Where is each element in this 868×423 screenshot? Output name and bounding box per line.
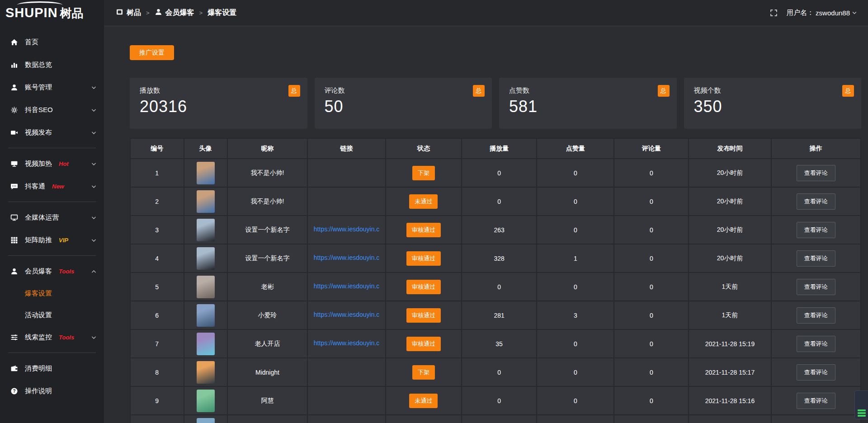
cell-status: 审核通过 <box>386 244 461 272</box>
cell-link: https://www.iesdouyin.c <box>308 301 385 329</box>
floating-widget[interactable] <box>854 390 868 419</box>
chevron-up-icon <box>91 268 97 274</box>
view-comments-button[interactable]: 查看评论 <box>797 336 835 352</box>
sidebar-item-video-heat[interactable]: 视频加热Hot <box>0 152 104 175</box>
avatar <box>197 247 215 270</box>
sidebar-item-home[interactable]: 首页 <box>0 31 104 53</box>
sidebar-item-video-publish[interactable]: 视频发布 <box>0 121 104 144</box>
logo[interactable]: SHUPIN 树品 <box>0 0 104 26</box>
video-link[interactable]: https://www.iesdouyin.c <box>314 254 380 261</box>
menu-divider <box>8 202 96 202</box>
sidebar-item-label: 全媒体运营 <box>25 213 59 222</box>
view-comments-button[interactable]: 查看评论 <box>797 193 835 210</box>
app-root: SHUPIN 树品 首页数据总览账号管理抖音SEO视频发布视频加热Hot抖客通N… <box>0 0 868 423</box>
sidebar-item-account-management[interactable]: 账号管理 <box>0 76 104 99</box>
stat-card-value: 581 <box>509 97 667 116</box>
cell-avatar <box>184 415 227 423</box>
cell-link <box>308 358 385 386</box>
total-badge: 总 <box>473 85 485 97</box>
cell-nickname: 设置一个新名字 <box>228 244 307 272</box>
sidebar-item-data-overview[interactable]: 数据总览 <box>0 53 104 76</box>
chevron-down-icon <box>91 161 97 167</box>
widget-bar <box>858 412 866 414</box>
view-comments-button[interactable]: 查看评论 <box>797 364 835 381</box>
sidebar-item-member-baoke[interactable]: 会员爆客Tools <box>0 260 104 282</box>
sidebar-item-clue-monitor[interactable]: 线索监控Tools <box>0 326 104 348</box>
grid-icon <box>10 236 18 244</box>
cell-nickname: 老彬 <box>228 273 307 301</box>
sidebar-item-douketong[interactable]: 抖客通New <box>0 175 104 197</box>
breadcrumb-item-baoke-settings[interactable]: 爆客设置 <box>208 8 236 18</box>
stat-card-label: 视频个数 <box>694 86 852 95</box>
sidebar-item-matrix-boost[interactable]: 矩阵助推VIP <box>0 229 104 251</box>
doc-icon <box>116 8 123 18</box>
chevron-down-icon <box>91 334 97 340</box>
cell-no: 5 <box>131 273 184 301</box>
stat-cards: 播放数20316总评论数50总点赞数581总视频个数350总 <box>130 78 861 129</box>
sliders-icon <box>10 334 18 341</box>
breadcrumb-label: 会员爆客 <box>165 8 194 18</box>
video-link[interactable]: https://www.iesdouyin.c <box>314 282 380 290</box>
view-comments-button[interactable]: 查看评论 <box>797 393 835 409</box>
cell-avatar <box>184 330 227 357</box>
sidebar-item-media-operation[interactable]: 全媒体运营 <box>0 206 104 229</box>
breadcrumb-separator: > <box>199 9 203 16</box>
view-comments-button[interactable]: 查看评论 <box>797 250 835 267</box>
view-comments-button[interactable]: 查看评论 <box>797 279 835 295</box>
user-icon <box>10 84 18 91</box>
stat-card-value: 50 <box>325 97 482 116</box>
logo-text: SHUPIN 树品 <box>5 5 84 21</box>
videos-table: 编号头像昵称链接状态播放量点赞量评论量发布时间操作 1我不是小帅!下架00020… <box>130 138 861 423</box>
sidebar-item-activity-settings[interactable]: 活动设置 <box>0 304 104 326</box>
avatar <box>197 219 215 241</box>
cell-status: 未通过 <box>386 387 461 414</box>
video-link[interactable]: https://www.iesdouyin.c <box>314 339 380 347</box>
cell-nickname: Midnight <box>228 358 307 386</box>
status-badge: 审核通过 <box>406 223 441 237</box>
sidebar-item-douyin-seo[interactable]: 抖音SEO <box>0 99 104 121</box>
content: 推广设置 播放数20316总评论数50总点赞数581总视频个数350总 编号头像… <box>104 26 868 423</box>
cell-action: 查看评论 <box>772 188 860 215</box>
cell-comments: 0 <box>614 244 688 272</box>
cell-likes: 0 <box>537 387 613 414</box>
column-header: 发布时间 <box>689 139 770 158</box>
cell-plays: 35 <box>462 330 536 357</box>
cell-time: 2021-11-28 15:16 <box>689 387 770 414</box>
video-link[interactable]: https://www.iesdouyin.c <box>314 226 380 233</box>
video-link[interactable]: https://www.iesdouyin.c <box>314 311 380 318</box>
status-badge: 下架 <box>412 166 435 180</box>
cell-comments: 0 <box>614 273 688 301</box>
cell-action: 查看评论 <box>772 387 860 414</box>
column-header: 操作 <box>772 139 860 158</box>
sidebar-item-tag: New <box>52 183 64 190</box>
avatar <box>197 390 215 412</box>
cell-link: https://www.iesdouyin.c <box>308 330 385 357</box>
cell-nickname <box>228 415 307 423</box>
cell-plays: 281 <box>462 301 536 329</box>
view-comments-button[interactable]: 查看评论 <box>797 307 835 324</box>
user-menu[interactable]: 用户名：zswodun88 <box>787 9 857 17</box>
sidebar-item-operation-guide[interactable]: ?操作说明 <box>0 380 104 402</box>
sidebar: SHUPIN 树品 首页数据总览账号管理抖音SEO视频发布视频加热Hot抖客通N… <box>0 0 104 423</box>
breadcrumb-item-shupin[interactable]: 树品 <box>116 8 141 18</box>
stat-card-0: 播放数20316总 <box>130 78 307 129</box>
sidebar-item-consume-detail[interactable]: 消费明细 <box>0 357 104 380</box>
view-comments-button[interactable]: 查看评论 <box>797 222 835 238</box>
table-row: 10 <box>131 415 860 423</box>
menu-divider <box>8 352 96 353</box>
menu-divider <box>8 255 96 256</box>
cell-likes: 3 <box>537 301 613 329</box>
cell-time <box>689 415 770 423</box>
svg-text:?: ? <box>13 388 15 393</box>
sidebar-item-baoke-settings[interactable]: 爆客设置 <box>0 282 104 304</box>
chart-icon <box>10 61 18 69</box>
promo-settings-button[interactable]: 推广设置 <box>130 45 174 60</box>
cell-avatar <box>184 244 227 272</box>
cell-link: https://www.iesdouyin.c <box>308 244 385 272</box>
logo-arc <box>17 1 62 9</box>
breadcrumb-item-member-baoke[interactable]: 会员爆客 <box>155 8 194 18</box>
cell-nickname: 我不是小帅! <box>228 159 307 187</box>
username-value: zswodun88 <box>816 9 850 17</box>
view-comments-button[interactable]: 查看评论 <box>797 165 835 181</box>
fullscreen-icon[interactable] <box>770 9 778 17</box>
